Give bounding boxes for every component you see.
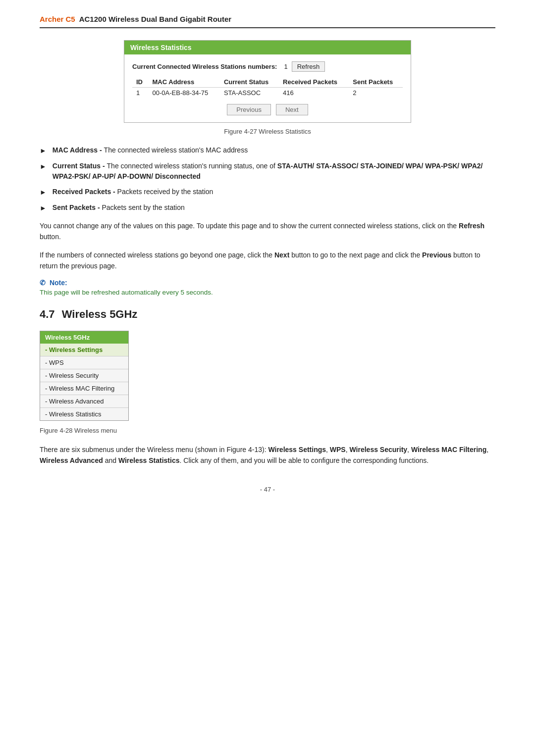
stats-top-row: Current Connected Wireless Stations numb…	[132, 61, 403, 72]
menu-5ghz-header: Wireless 5GHz	[40, 331, 128, 344]
wireless-5ghz-menu: Wireless 5GHz - Wireless Settings- WPS- …	[40, 331, 129, 421]
page-number: - 47 -	[40, 486, 495, 493]
table-cell: 2	[349, 88, 403, 99]
para2: If the numbers of connected wireless sta…	[40, 250, 495, 272]
table-cell: STA-ASSOC	[220, 88, 279, 99]
bullet-received-text: Received Packets - Packets received by t…	[53, 187, 214, 197]
bullet-list: ► MAC Address - The connected wireless s…	[40, 145, 495, 213]
bullet-mac: ► MAC Address - The connected wireless s…	[40, 145, 495, 156]
stations-label: Current Connected Wireless Stations numb…	[132, 63, 277, 70]
nav-buttons: Previous Next	[132, 104, 403, 115]
stats-box-content: Current Connected Wireless Stations numb…	[124, 54, 411, 122]
note-text: This page will be refreshed automaticall…	[40, 289, 495, 296]
menu-items-container: - Wireless Settings- WPS- Wireless Secur…	[40, 344, 128, 420]
menu-item[interactable]: - WPS	[40, 356, 128, 369]
bp-statistics: Wireless Statistics	[118, 456, 180, 464]
stats-table: ID MAC Address Current Status Received P…	[132, 77, 403, 98]
bullet-mac-text: MAC Address - The connected wireless sta…	[53, 145, 248, 155]
sent-desc: Packets sent by the station	[102, 203, 184, 211]
menu-item[interactable]: - Wireless Security	[40, 369, 128, 382]
figure-caption-1: Figure 4-27 Wireless Statistics	[40, 128, 495, 135]
para1-refresh-bold: Refresh	[459, 222, 484, 230]
stations-count: 1	[284, 63, 287, 70]
note-label: ✆ Note:	[40, 279, 495, 287]
status-desc: The connected wireless station's running…	[107, 162, 277, 170]
col-id: ID	[132, 77, 149, 88]
bullet-received: ► Received Packets - Packets received by…	[40, 187, 495, 198]
menu-item[interactable]: - Wireless Settings	[40, 344, 128, 356]
bottom-para: There are six submenus under the Wireles…	[40, 444, 495, 466]
menu-item[interactable]: - Wireless Statistics	[40, 408, 128, 420]
brand-name: Archer C5	[40, 15, 75, 23]
table-cell: 1	[132, 88, 149, 99]
section-heading-4-7: 4.7 Wireless 5GHz	[40, 308, 495, 321]
mac-term: MAC Address -	[53, 146, 104, 154]
para2-prev-bold: Previous	[422, 251, 451, 259]
menu-item[interactable]: - Wireless MAC Filtering	[40, 382, 128, 395]
mac-desc: The connected wireless station's MAC add…	[104, 146, 248, 154]
arrow-icon-2: ►	[40, 161, 47, 172]
next-button[interactable]: Next	[276, 104, 308, 115]
bp-mac: Wireless MAC Filtering	[411, 446, 486, 454]
phone-icon: ✆	[40, 279, 46, 287]
col-status: Current Status	[220, 77, 279, 88]
bullet-status: ► Current Status - The connected wireles…	[40, 161, 495, 182]
bp-security: Wireless Security	[349, 446, 407, 454]
arrow-icon-3: ►	[40, 187, 47, 198]
stats-box-header: Wireless Statistics	[124, 41, 411, 54]
wireless-stats-box: Wireless Statistics Current Connected Wi…	[124, 40, 411, 123]
bullet-sent-text: Sent Packets - Packets sent by the stati…	[53, 202, 185, 213]
col-mac: MAC Address	[149, 77, 220, 88]
col-received: Received Packets	[279, 77, 349, 88]
bullet-status-text: Current Status - The connected wireless …	[53, 161, 495, 182]
para1: You cannot change any of the values on t…	[40, 220, 495, 243]
bp-wps: WPS	[330, 446, 346, 454]
para2-next-bold: Next	[274, 251, 289, 259]
received-desc: Packets received by the station	[117, 188, 214, 196]
page-title: AC1200 Wireless Dual Band Gigabit Router	[79, 15, 231, 23]
section-title: Wireless 5GHz	[62, 308, 138, 320]
table-cell: 00-0A-EB-88-34-75	[149, 88, 220, 99]
page-header: Archer C5 AC1200 Wireless Dual Band Giga…	[40, 15, 495, 28]
table-cell: 416	[279, 88, 349, 99]
bp-advanced: Wireless Advanced	[40, 456, 103, 464]
col-sent: Sent Packets	[349, 77, 403, 88]
bp-settings: Wireless Settings	[268, 446, 326, 454]
note-section: ✆ Note: This page will be refreshed auto…	[40, 279, 495, 296]
received-term: Received Packets -	[53, 188, 117, 196]
sent-term: Sent Packets -	[53, 203, 102, 211]
bullet-sent: ► Sent Packets - Packets sent by the sta…	[40, 202, 495, 213]
section-number: 4.7	[40, 308, 55, 320]
arrow-icon-4: ►	[40, 203, 47, 213]
figure-caption-2: Figure 4-28 Wireless menu	[40, 427, 495, 434]
arrow-icon-1: ►	[40, 146, 47, 156]
status-term: Current Status -	[53, 162, 107, 170]
refresh-button[interactable]: Refresh	[292, 61, 325, 72]
menu-item[interactable]: - Wireless Advanced	[40, 395, 128, 408]
table-row: 100-0A-EB-88-34-75STA-ASSOC4162	[132, 88, 403, 99]
previous-button[interactable]: Previous	[227, 104, 271, 115]
